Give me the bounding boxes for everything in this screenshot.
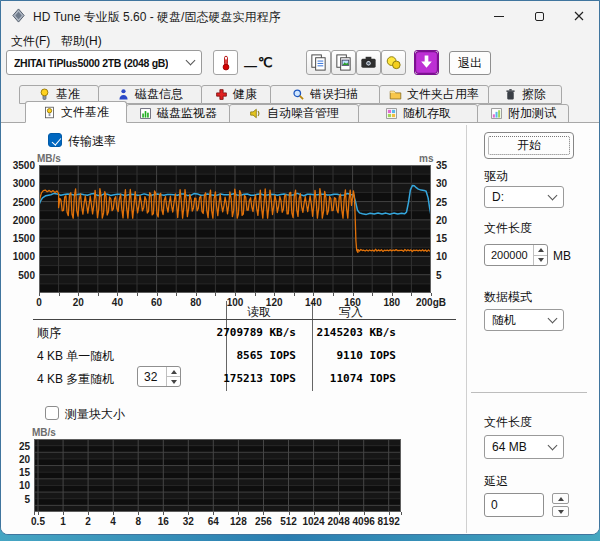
erase-trash-icon <box>504 88 517 101</box>
axis-tick-label: 10 <box>436 251 458 262</box>
queue-depth-stepper[interactable]: 32 <box>137 366 181 387</box>
axis-tick-label: 500 <box>5 270 35 281</box>
copy-image-icon <box>334 53 353 72</box>
axis-tick-mark <box>188 512 189 515</box>
menu-file[interactable]: 文件(F) <box>7 32 54 51</box>
options-icon <box>384 53 403 72</box>
axis-tick-label: 20 <box>436 215 458 226</box>
window-title: HD Tune 专业版 5.60 - 硬盘/固态硬盘实用程序 <box>33 9 280 26</box>
chevron-down-icon <box>548 190 558 200</box>
axis-tick-mark <box>364 512 365 515</box>
disk-info-icon <box>117 88 130 101</box>
file-length-value: 200000 <box>491 249 528 261</box>
close-button[interactable] <box>559 1 599 31</box>
update-button[interactable] <box>414 50 439 75</box>
options-button[interactable] <box>381 50 406 75</box>
axis-tick-mark <box>411 293 412 296</box>
copy-text-button[interactable] <box>306 50 331 75</box>
tab-random-access[interactable]: 随机存取 <box>358 104 478 123</box>
axis-tick-mark <box>392 293 393 296</box>
axis-tick-mark <box>63 512 64 515</box>
delay-down-button[interactable] <box>552 506 569 517</box>
axis-tick-mark <box>235 293 236 296</box>
data-mode-label: 数据模式 <box>484 289 532 306</box>
minimize-button[interactable] <box>479 1 519 31</box>
extra-tests-icon <box>490 107 503 120</box>
axis-tick-mark <box>176 293 177 296</box>
block-file-length-select[interactable]: 64 MB <box>484 435 564 459</box>
transfer-rate-checkbox[interactable] <box>48 133 62 147</box>
app-window: HD Tune 专业版 5.60 - 硬盘/固态硬盘实用程序 文件(F) 帮助(… <box>0 0 600 535</box>
maximize-icon <box>535 12 544 21</box>
temperature-value: — <box>244 58 257 73</box>
axis-tick-label: 5 <box>436 270 458 281</box>
tab-extra-tests[interactable]: 附加测试 <box>477 104 569 123</box>
tab-file-benchmark[interactable]: 文件基准 <box>25 101 127 123</box>
axis-tick-mark <box>389 512 390 515</box>
menu-help[interactable]: 帮助(H) <box>57 32 106 51</box>
axis-tick-label: 25 <box>0 441 30 452</box>
axis-tick-mark <box>78 293 79 296</box>
queue-depth-value: 32 <box>144 370 157 384</box>
aam-speaker-icon <box>249 107 262 120</box>
axis-unit-label: ms <box>419 153 443 164</box>
axis-tick-mark <box>255 293 256 296</box>
spin-up-icon <box>558 497 564 501</box>
tab-disk-monitor[interactable]: 磁盘监视器 <box>126 104 230 123</box>
tab-aam[interactable]: 自动噪音管理 <box>229 104 359 123</box>
random-access-icon <box>385 107 398 120</box>
axis-tick-mark <box>215 293 216 296</box>
axis-tick-mark <box>34 512 35 515</box>
axis-tick-label: 10 <box>0 480 30 491</box>
temperature-button[interactable] <box>213 50 238 75</box>
axis-unit-label: MB/s <box>37 153 77 164</box>
device-select[interactable]: ZHITAI TiPlus5000 2TB (2048 gB) <box>6 50 202 75</box>
temperature-unit: ℃ <box>258 55 273 70</box>
axis-tick-mark <box>401 512 402 515</box>
spin-up-icon <box>171 370 177 374</box>
axis-tick-mark <box>88 512 89 515</box>
axis-tick-mark <box>238 512 239 515</box>
start-button[interactable]: 开始 <box>484 132 574 159</box>
axis-tick-label: 200gB <box>407 297 455 308</box>
4k-single-read-value: 8565 IOPS <box>214 349 296 362</box>
spin-down-icon <box>171 380 177 384</box>
axis-tick-label: 5 <box>0 494 30 505</box>
stepper-buttons[interactable] <box>166 367 180 386</box>
block-size-checkbox[interactable] <box>45 406 59 420</box>
file-length-stepper[interactable]: 200000 <box>484 244 548 266</box>
exit-button[interactable]: 退出 <box>449 51 491 75</box>
panel-divider <box>466 125 467 533</box>
error-scan-icon <box>292 88 305 101</box>
desktop-background: HD Tune 专业版 5.60 - 硬盘/固态硬盘实用程序 文件(F) 帮助(… <box>0 0 600 541</box>
axis-tick-label: 15 <box>0 467 30 478</box>
drive-select[interactable]: D: <box>484 186 564 208</box>
stepper-buttons[interactable] <box>533 245 547 265</box>
axis-tick-mark <box>431 293 432 296</box>
copy-image-button[interactable] <box>331 50 356 75</box>
screenshot-button[interactable] <box>356 50 381 75</box>
axis-tick-mark <box>117 293 118 296</box>
maximize-button[interactable] <box>519 1 559 31</box>
axis-tick-mark <box>39 293 40 296</box>
row-4k-multi-label: 4 KB 多重随机 <box>37 371 114 388</box>
minimize-icon <box>494 16 504 17</box>
axis-tick-label: 20 <box>0 454 30 465</box>
file-benchmark-panel: 传输速率 读取 写入 顺序 2709789 KB/s 2145203 KB/s … <box>1 122 599 535</box>
file-benchmark-icon <box>43 106 56 119</box>
axis-tick-mark <box>137 293 138 296</box>
focus-ring <box>488 136 570 155</box>
block-file-length-label: 文件长度 <box>484 414 532 431</box>
axis-tick-mark <box>163 512 164 515</box>
health-cross-icon <box>215 88 228 101</box>
axis-tick-label: 3000 <box>5 178 35 189</box>
axis-tick-label: 1000 <box>5 251 35 262</box>
data-mode-select[interactable]: 随机 <box>484 309 564 331</box>
delay-up-button[interactable] <box>552 493 569 504</box>
axis-tick-mark <box>294 293 295 296</box>
tab-label: 文件基准 <box>61 104 109 121</box>
thermometer-icon <box>217 54 235 72</box>
delay-input[interactable]: 0 <box>484 493 544 517</box>
file-length-unit: MB <box>553 249 571 263</box>
disk-monitor-icon <box>139 107 152 120</box>
